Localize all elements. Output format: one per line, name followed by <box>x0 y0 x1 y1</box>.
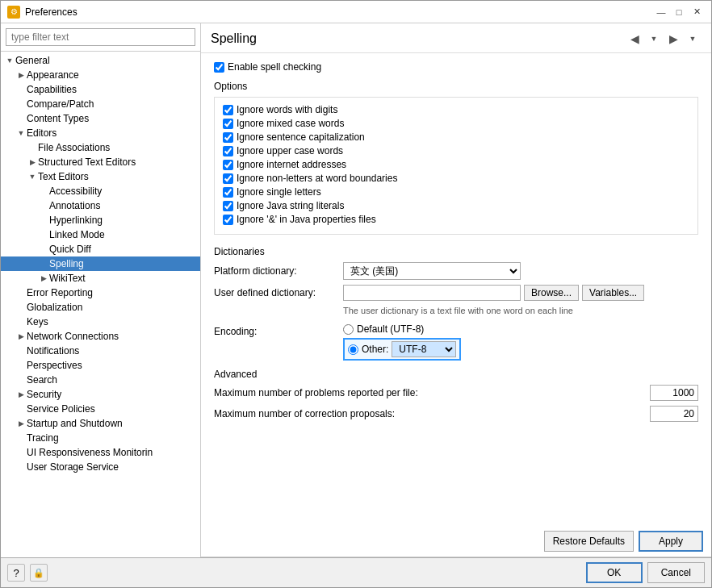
option-row-opt6: Ignore non-letters at word boundaries <box>223 173 689 184</box>
option-checkbox-opt6[interactable] <box>223 173 233 184</box>
platform-dict-label: Platform dictionary: <box>214 265 343 277</box>
apply-button[interactable]: Apply <box>639 531 703 552</box>
default-encoding-radio[interactable] <box>343 324 354 335</box>
max-corrections-row: Maximum number of correction proposals: <box>214 406 698 422</box>
encoding-options: Default (UTF-8) Other: UTF-8 UTF-16 ISO-… <box>343 323 461 361</box>
help-button[interactable]: ? <box>7 564 25 582</box>
tree-item-startup-shutdown[interactable]: ▶Startup and Shutdown <box>1 416 200 431</box>
default-encoding-row: Default (UTF-8) <box>343 323 461 335</box>
tree-item-wikitext[interactable]: ▶WikiText <box>1 271 200 286</box>
close-button[interactable]: ✕ <box>689 5 705 19</box>
tree-item-ui-responsiveness[interactable]: UI Responsiveness Monitorin <box>1 445 200 460</box>
tree-item-error-reporting[interactable]: Error Reporting <box>1 286 200 300</box>
tree-item-label-ui-responsiveness: UI Responsiveness Monitorin <box>27 447 153 458</box>
tree-item-appearance[interactable]: ▶Appearance <box>1 68 200 82</box>
tree-item-structured-text-editors[interactable]: ▶Structured Text Editors <box>1 155 200 169</box>
variables-button[interactable]: Variables... <box>582 285 644 301</box>
search-box <box>1 23 200 52</box>
option-checkbox-opt9[interactable] <box>223 215 233 225</box>
window-title: Preferences <box>25 6 77 18</box>
option-checkbox-opt4[interactable] <box>223 146 233 156</box>
other-encoding-select[interactable]: UTF-8 UTF-16 ISO-8859-1 US-ASCII <box>392 341 456 357</box>
tree-item-keys[interactable]: Keys <box>1 315 200 329</box>
max-corrections-input[interactable] <box>650 406 698 422</box>
back-button[interactable]: ◀ <box>626 30 643 48</box>
option-label-opt1: Ignore words with digits <box>237 104 337 115</box>
tree-item-label-accessibility: Accessibility <box>49 186 102 197</box>
tree-item-linked-mode[interactable]: Linked Mode <box>1 227 200 242</box>
tree-item-hyperlinking[interactable]: Hyperlinking <box>1 213 200 227</box>
ok-button[interactable]: OK <box>586 562 643 583</box>
option-row-opt1: Ignore words with digits <box>223 104 689 115</box>
encoding-section: Encoding: Default (UTF-8) Other: UTF-8 <box>214 323 698 361</box>
tree-item-editors[interactable]: ▼Editors <box>1 126 200 140</box>
action-row: Restore Defaults Apply <box>201 526 711 557</box>
tree-toggle-security[interactable]: ▶ <box>15 389 27 400</box>
tree-item-accessibility[interactable]: Accessibility <box>1 184 200 198</box>
option-label-opt4: Ignore upper case words <box>237 145 343 156</box>
tree-item-network-connections[interactable]: ▶Network Connections <box>1 329 200 344</box>
tree-item-perspectives[interactable]: Perspectives <box>1 358 200 373</box>
tree-item-compare-patch[interactable]: Compare/Patch <box>1 97 200 111</box>
preferences-window: ⚙ Preferences — □ ✕ ▼General▶AppearanceC… <box>0 0 712 588</box>
tree-item-quick-diff[interactable]: Quick Diff <box>1 242 200 256</box>
right-body: Enable spell checking Options Ignore wor… <box>201 53 711 526</box>
other-encoding-radio[interactable] <box>348 344 358 355</box>
enable-spell-checking-checkbox[interactable] <box>214 62 224 73</box>
tree-item-label-hyperlinking: Hyperlinking <box>49 215 103 226</box>
platform-dict-select[interactable]: 英文 (美国) <box>343 262 521 280</box>
tree-toggle-wikitext[interactable]: ▶ <box>38 273 49 284</box>
tree-item-notifications[interactable]: Notifications <box>1 344 200 358</box>
tree-item-spelling[interactable]: Spelling <box>1 256 200 271</box>
other-encoding-label: Other: <box>362 344 388 355</box>
max-problems-input[interactable] <box>650 385 698 401</box>
option-label-opt9: Ignore '&' in Java properties files <box>237 214 376 225</box>
option-checkbox-opt1[interactable] <box>223 105 233 115</box>
tree-item-security[interactable]: ▶Security <box>1 387 200 402</box>
tree-item-tracing[interactable]: Tracing <box>1 431 200 445</box>
option-checkbox-opt5[interactable] <box>223 160 233 170</box>
cancel-button[interactable]: Cancel <box>647 562 705 583</box>
option-checkbox-opt3[interactable] <box>223 132 233 143</box>
tree-toggle-structured-text-editors[interactable]: ▶ <box>27 156 38 168</box>
option-checkbox-opt8[interactable] <box>223 201 233 211</box>
tree-item-globalization[interactable]: Globalization <box>1 300 200 315</box>
tree-item-label-annotations: Annotations <box>49 200 100 211</box>
tree-toggle-network-connections[interactable]: ▶ <box>15 331 27 342</box>
option-checkbox-opt2[interactable] <box>223 119 233 129</box>
forward-dropdown-button[interactable]: ▼ <box>684 30 702 48</box>
search-input[interactable] <box>6 28 195 46</box>
option-label-opt6: Ignore non-letters at word boundaries <box>237 173 397 184</box>
option-row-opt2: Ignore mixed case words <box>223 118 689 129</box>
tree-toggle-text-editors[interactable]: ▼ <box>27 171 38 182</box>
tree-item-label-perspectives: Perspectives <box>27 360 82 371</box>
option-row-opt9: Ignore '&' in Java properties files <box>223 214 689 225</box>
tree-item-capabilities[interactable]: Capabilities <box>1 82 200 97</box>
tree-toggle-general[interactable]: ▼ <box>4 55 15 66</box>
tree-item-file-associations[interactable]: File Associations <box>1 140 200 155</box>
minimize-button[interactable]: — <box>653 5 669 19</box>
tree-item-text-editors[interactable]: ▼Text Editors <box>1 169 200 184</box>
option-checkbox-opt7[interactable] <box>223 187 233 198</box>
tree-toggle-editors[interactable]: ▼ <box>15 127 27 139</box>
user-dict-label: User defined dictionary: <box>214 287 343 298</box>
tree-item-search[interactable]: Search <box>1 373 200 387</box>
tree-item-user-storage[interactable]: User Storage Service <box>1 460 200 474</box>
max-problems-row: Maximum number of problems reported per … <box>214 385 698 401</box>
tree-item-annotations[interactable]: Annotations <box>1 198 200 213</box>
tree-item-general[interactable]: ▼General <box>1 53 200 68</box>
browse-button[interactable]: Browse... <box>524 285 579 301</box>
options-label: Options <box>214 81 698 92</box>
forward-button[interactable]: ▶ <box>664 30 682 48</box>
info-button[interactable]: 🔒 <box>30 564 48 582</box>
user-dict-row: User defined dictionary: Browse... Varia… <box>214 285 698 301</box>
tree-item-service-policies[interactable]: Service Policies <box>1 402 200 416</box>
tree-toggle-startup-shutdown[interactable]: ▶ <box>15 418 27 429</box>
dictionaries-label: Dictionaries <box>214 246 698 257</box>
user-dict-input[interactable] <box>343 285 521 301</box>
restore-defaults-button[interactable]: Restore Defaults <box>544 531 634 552</box>
maximize-button[interactable]: □ <box>671 5 687 19</box>
back-dropdown-button[interactable]: ▼ <box>645 30 663 48</box>
tree-toggle-appearance[interactable]: ▶ <box>15 69 27 81</box>
tree-item-content-types[interactable]: Content Types <box>1 111 200 126</box>
